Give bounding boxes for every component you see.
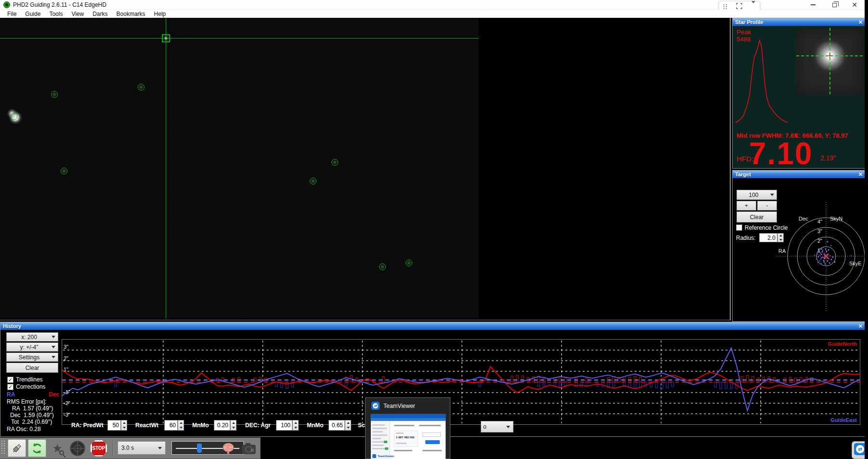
mnmo-ra-input[interactable]: 0.20 xyxy=(214,420,230,431)
settings-label: Settings xyxy=(7,354,52,361)
stop-text: STOP xyxy=(92,446,105,451)
trendlines-checkbox[interactable]: ✓ xyxy=(7,377,13,383)
ytick-1: 1" xyxy=(64,367,68,372)
reactwt-input[interactable]: 60 xyxy=(164,420,178,431)
history-titlebar[interactable]: History ✕ xyxy=(0,322,865,330)
target-titlebar[interactable]: Target ✕ xyxy=(733,170,865,178)
star-profile-body: Peak 5488 Mid row FWHM: 7.65 X: 666.60, … xyxy=(733,26,865,168)
menu-file[interactable]: File xyxy=(3,11,21,17)
settings-select[interactable]: Settings xyxy=(6,353,58,362)
menu-tools[interactable]: Tools xyxy=(45,11,67,17)
main-toolbar: ★ STOP 3.0 s xyxy=(0,437,261,459)
guide-star-circle[interactable] xyxy=(61,168,67,174)
lock-position-box xyxy=(162,34,170,42)
toolbar-separator xyxy=(113,440,113,456)
reactwt-spinner[interactable] xyxy=(178,420,184,431)
agr-input[interactable]: 100 xyxy=(276,420,292,431)
guide-star-circle[interactable] xyxy=(138,84,145,91)
drag-handle-icon[interactable] xyxy=(723,4,727,9)
corrections-row: ✓ Corrections xyxy=(7,383,45,390)
reference-circle-checkbox[interactable] xyxy=(736,224,742,231)
slider-handle[interactable] xyxy=(197,444,202,453)
guide-star-circle[interactable] xyxy=(331,159,338,166)
guide-star-circle[interactable] xyxy=(11,113,17,120)
history-title: History xyxy=(3,323,21,329)
partial-combo-text: o xyxy=(481,423,506,430)
restore-button[interactable] xyxy=(826,0,842,10)
target-clear-button[interactable]: Clear xyxy=(736,211,777,223)
chevron-down-icon[interactable] xyxy=(751,3,755,10)
auto-select-star-button[interactable]: ★ xyxy=(48,439,66,457)
ring-label-1: 1" xyxy=(813,248,822,253)
dec-axis-label: Dec xyxy=(799,216,808,222)
radius-input[interactable]: 2.0 xyxy=(759,233,777,242)
ra-legend: RA xyxy=(7,391,15,398)
guide-star-circle[interactable] xyxy=(379,263,386,270)
corrections-checkbox[interactable]: ✓ xyxy=(7,384,13,390)
menu-help[interactable]: Help xyxy=(150,11,171,17)
tv-footer-brand: TeamViewer xyxy=(378,455,394,458)
guide-target-icon xyxy=(69,440,86,457)
advanced-settings-button[interactable] xyxy=(219,439,237,457)
target-body: 100 + - Clear Reference Circle Radius: 2… xyxy=(733,178,865,321)
ytick-m2: -2" xyxy=(64,400,70,406)
predwt-input[interactable]: 50 xyxy=(107,420,121,431)
connect-equipment-button[interactable] xyxy=(8,439,26,457)
close-button[interactable]: ✕ xyxy=(846,0,863,10)
menu-guide[interactable]: Guide xyxy=(21,11,45,17)
star-profile-curve xyxy=(734,36,789,127)
tv-id-card: 1 687 483 560 xyxy=(394,431,418,447)
rms-tot: Tot 2.24 (0.69'') xyxy=(11,419,52,425)
teamviewer-header: ⇄ TeamViewer xyxy=(371,402,415,410)
x-scale-value: x: 200 xyxy=(7,334,52,341)
exposure-value: 3.0 s xyxy=(121,445,158,451)
predwt-spinner[interactable] xyxy=(121,420,127,431)
minimize-button[interactable] xyxy=(805,0,821,10)
star-profile-titlebar[interactable]: Star Profile ✕ xyxy=(733,18,865,26)
stop-button[interactable]: STOP xyxy=(90,439,108,457)
y-scale-select[interactable]: y: +/-4" xyxy=(6,342,58,352)
chevron-down-icon xyxy=(770,194,774,196)
close-icon[interactable]: ✕ xyxy=(858,324,863,329)
tv-connect-button[interactable] xyxy=(425,440,440,444)
teamviewer-app-thumbnail[interactable]: 1 687 483 560 TeamViewer xyxy=(370,414,446,459)
partial-combobox[interactable]: o xyxy=(481,421,513,433)
pane-splitter[interactable] xyxy=(730,18,731,320)
menu-darks[interactable]: Darks xyxy=(88,11,112,17)
close-icon[interactable]: ✕ xyxy=(858,20,863,25)
hfd-value: 7.10 xyxy=(749,136,813,171)
star-profile-pane: Star Profile ✕ Peak 5488 Mid row FWHM: 7… xyxy=(732,18,866,169)
close-icon[interactable]: ✕ xyxy=(858,172,863,177)
guide-star-circle[interactable] xyxy=(406,260,412,266)
ytick-m3: -3" xyxy=(64,412,70,418)
guide-star-circle[interactable] xyxy=(310,178,316,184)
exposure-select[interactable]: 3.0 s xyxy=(118,441,166,455)
tv-footer-logo xyxy=(372,454,376,458)
mnmo-dec-input[interactable]: 0.65 xyxy=(329,420,345,431)
menu-bookmarks[interactable]: Bookmarks xyxy=(112,11,150,17)
teamviewer-preview-window[interactable]: ⇄ TeamViewer 1 687 483 560 xyxy=(365,397,450,459)
guide-camera-image[interactable] xyxy=(0,18,479,318)
tv-app-sidebar xyxy=(371,421,390,459)
toolbar-grip[interactable] xyxy=(1,441,5,454)
camera-properties-button[interactable] xyxy=(239,439,258,457)
loop-exposures-button[interactable] xyxy=(28,439,46,457)
tv-partner-input[interactable] xyxy=(422,433,441,437)
y-scale-value: y: +/-4" xyxy=(7,344,52,351)
title-bar: PHD2 Guiding 2.6.11 - C14 EdgeHD ✕ xyxy=(0,0,865,10)
history-clear-button[interactable]: Clear xyxy=(6,363,58,373)
zoom-in-button[interactable]: + xyxy=(736,201,756,210)
client-edge xyxy=(0,320,730,320)
mnmo-ra-spinner[interactable] xyxy=(230,420,237,431)
begin-guiding-button[interactable] xyxy=(68,439,87,457)
mnmo-dec-spinner[interactable] xyxy=(345,420,351,431)
tv-app-main: 1 687 483 560 xyxy=(390,421,446,459)
trendlines-row: ✓ Trendlines xyxy=(7,376,43,383)
mnmo-dec-label: MnMo xyxy=(307,422,324,429)
agr-spinner[interactable] xyxy=(292,420,299,431)
zoom-out-button[interactable]: - xyxy=(757,201,777,210)
target-zoom-select[interactable]: 100 xyxy=(736,190,777,200)
x-scale-select[interactable]: x: 200 xyxy=(6,332,58,341)
menu-view[interactable]: View xyxy=(67,11,88,17)
guide-star-circle[interactable] xyxy=(51,91,58,98)
